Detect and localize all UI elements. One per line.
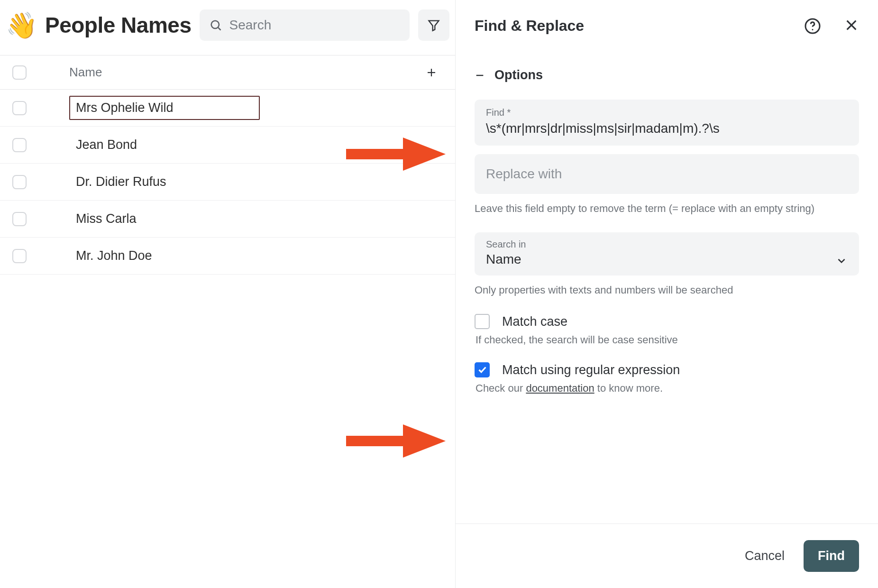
table-header: Name (0, 55, 455, 90)
filter-button[interactable] (418, 9, 449, 41)
add-column-button[interactable] (417, 67, 446, 78)
row-checkbox[interactable] (12, 175, 27, 189)
row-name-cell[interactable]: Mr. John Doe (69, 248, 152, 263)
svg-point-0 (211, 21, 219, 28)
find-button[interactable]: Find (804, 540, 859, 572)
table-row[interactable]: Dr. Didier Rufus (0, 164, 455, 201)
search-box[interactable] (200, 9, 410, 41)
row-name-cell[interactable]: Dr. Didier Rufus (69, 175, 166, 189)
find-replace-panel: Find & Replace Options Find * \s*(mr|mrs… (455, 0, 878, 588)
row-checkbox[interactable] (12, 249, 27, 263)
documentation-link[interactable]: documentation (526, 382, 594, 394)
plus-icon (426, 67, 437, 78)
table-row[interactable]: Mr. John Doe (0, 238, 455, 275)
name-table: Name Mrs Ophelie WildJean BondDr. Didier… (0, 55, 455, 275)
page-title: People Names (45, 12, 191, 38)
find-value: \s*(mr|mrs|dr|miss|ms|sir|madam|m).?\s (486, 121, 848, 136)
close-icon[interactable] (844, 18, 859, 35)
chevron-down-icon (835, 255, 848, 267)
annotation-arrow (346, 424, 446, 458)
search-in-label: Search in (486, 239, 526, 250)
match-case-checkbox[interactable] (475, 314, 490, 329)
table-row[interactable]: Jean Bond (0, 127, 455, 164)
row-name-cell[interactable]: Mrs Ophelie Wild (69, 96, 260, 120)
search-input[interactable] (229, 18, 400, 33)
find-label: Find * (486, 107, 848, 118)
search-in-select[interactable]: Search in Name (475, 232, 859, 276)
help-icon[interactable] (804, 18, 821, 35)
svg-line-1 (218, 28, 221, 30)
collapse-icon (475, 70, 485, 81)
row-name-cell[interactable]: Miss Carla (69, 211, 137, 226)
table-row[interactable]: Miss Carla (0, 201, 455, 238)
row-name-cell[interactable]: Jean Bond (69, 138, 137, 152)
svg-point-10 (812, 29, 814, 30)
row-checkbox[interactable] (12, 138, 27, 152)
svg-marker-2 (429, 21, 439, 31)
cancel-button[interactable]: Cancel (745, 549, 785, 563)
filter-icon (427, 18, 440, 32)
wave-icon: 👋 (6, 12, 37, 38)
svg-marker-8 (403, 424, 446, 458)
match-regex-checkbox[interactable] (475, 362, 490, 377)
main-content: 👋 People Names Name (0, 0, 455, 588)
replace-placeholder: Replace with (486, 166, 848, 182)
match-regex-help: Check our documentation to know more. (475, 382, 859, 395)
options-section-toggle[interactable]: Options (475, 68, 859, 83)
search-icon (209, 18, 222, 32)
find-field[interactable]: Find * \s*(mr|mrs|dr|miss|ms|sir|madam|m… (475, 100, 859, 146)
match-case-label: Match case (502, 314, 567, 329)
row-checkbox[interactable] (12, 212, 27, 226)
search-in-help: Only properties with texts and numbers w… (475, 282, 859, 298)
replace-help: Leave this field empty to remove the ter… (475, 201, 859, 216)
match-case-help: If checked, the search will be case sens… (475, 334, 859, 346)
table-row[interactable]: Mrs Ophelie Wild (0, 90, 455, 127)
svg-rect-7 (346, 436, 408, 446)
name-column-header[interactable]: Name (69, 65, 417, 80)
search-in-value: Name (486, 252, 526, 267)
row-checkbox[interactable] (12, 101, 27, 115)
match-regex-label: Match using regular expression (502, 363, 680, 377)
select-all-checkbox[interactable] (12, 65, 27, 80)
options-label: Options (494, 68, 543, 83)
panel-title: Find & Replace (475, 17, 804, 35)
replace-field[interactable]: Replace with (475, 154, 859, 194)
